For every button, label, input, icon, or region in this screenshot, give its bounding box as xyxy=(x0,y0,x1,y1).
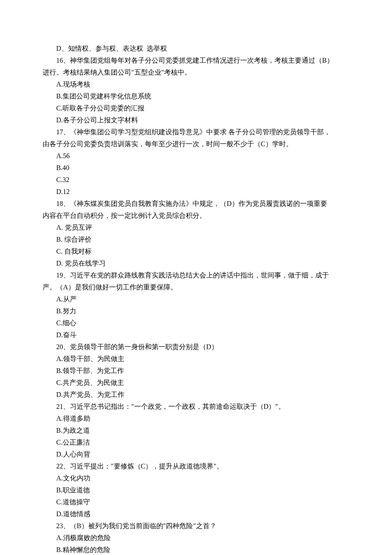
text-line: D.奋斗 xyxy=(43,329,349,341)
text-line: A.领导干部、为民做主 xyxy=(43,353,349,365)
text-line: D.共产党员、为党工作 xyxy=(43,389,349,401)
text-line: B.努力 xyxy=(43,305,349,317)
text-line: 严。（A）是我们做好一切工作的重要保障。 xyxy=(43,281,349,293)
text-line: B.领导干部、为党工作 xyxy=(43,365,349,377)
text-line: B.职业道德 xyxy=(43,484,349,496)
text-line: A.消极腐败的危险 xyxy=(43,532,349,544)
text-line: 由各子分公司党委负责培训落实，每年至少进行一次，时间一般不少于（C）学时。 xyxy=(43,138,349,150)
text-line: B.为政之道 xyxy=(43,425,349,436)
text-line: 20、党员领导干部的第一身份和第一职责分别是（D） xyxy=(43,341,349,353)
text-line: 17、《神华集团公司学习型党组织建设指导意见》中要求 各子分公司管理的党员领导干… xyxy=(43,126,349,138)
text-line: D. 党员在线学习 xyxy=(43,257,349,269)
text-line: D、知情权、参与权、表达权 选举权 xyxy=(43,43,349,55)
text-line: 22、习近平提出："要修炼（C），提升从政道德境界"。 xyxy=(43,460,349,472)
document-page: D、知情权、参与权、表达权 选举权16、神华集团党组每年对各子分公司党委抓党建工… xyxy=(0,0,392,555)
text-line: D.12 xyxy=(43,186,349,198)
text-line: A.文化内功 xyxy=(43,472,349,484)
text-line: B. 综合评价 xyxy=(43,234,349,246)
text-line: A.得道多助 xyxy=(43,413,349,425)
text-line: C.细心 xyxy=(43,317,349,329)
text-line: D.道德情感 xyxy=(43,508,349,520)
text-line: A.现场考核 xyxy=(43,78,349,90)
text-line: C.32 xyxy=(43,174,349,186)
text-line: 内容在平台自动积分，按一定比例计入党员综合积分。 xyxy=(43,210,349,222)
text-line: B.精神懈怠的危险 xyxy=(43,544,349,555)
text-line: D.人心向背 xyxy=(43,448,349,460)
text-line: B.集团公司党建科学化信息系统 xyxy=(43,90,349,102)
text-line: 23、（B）被列为我们党当前面临的"四种危险"之首？ xyxy=(43,520,349,532)
text-line: 16、神华集团党组每年对各子分公司党委抓党建工作情况进行一次考核，考核主要通过（… xyxy=(43,55,349,66)
text-line: B.40 xyxy=(43,162,349,174)
text-line: A. 党员互评 xyxy=(43,222,349,234)
text-line: 19、习近平在党的群众路线教育实践活动总结大会上的讲话中指出，世间事，做于细，成… xyxy=(43,269,349,281)
text-line: C.公正廉洁 xyxy=(43,436,349,448)
text-line: 18、《神东煤炭集团党员自我教育实施办法》中规定，（D）作为党员履责践诺的一项重… xyxy=(43,198,349,210)
text-line: A.56 xyxy=(43,150,349,162)
text-line: D.各子分公司上报文字材料 xyxy=(43,114,349,126)
text-line: C. 自我对标 xyxy=(43,246,349,257)
text-line: A.从严 xyxy=(43,293,349,305)
text-line: C.道德操守 xyxy=(43,496,349,508)
text-line: 21、习近平总书记指出："一个政党，一个政权，其前途命运取决于（D）"。 xyxy=(43,401,349,413)
text-line: C.听取各子分公司党委的汇报 xyxy=(43,102,349,114)
text-line: C.共产党员、为民做主 xyxy=(43,377,349,389)
text-line: 进行。考核结果纳入集团公司"五型企业"考核中。 xyxy=(43,66,349,78)
